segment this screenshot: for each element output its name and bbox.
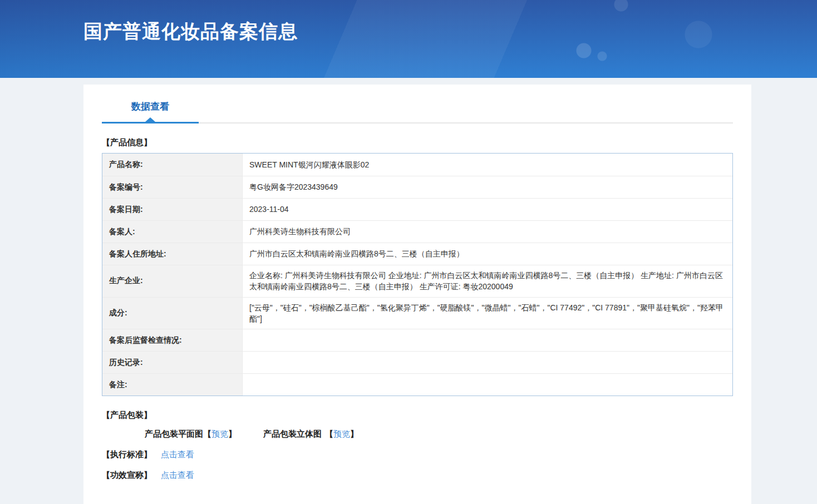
tab-active-arrow-icon [145,117,155,122]
packaging-links-row: 产品包装平面图【预览】 产品包装立体图【预览】 [145,429,733,439]
table-row-post-filing-inspection: 备案后监督检查情况: [102,329,732,351]
tab-active-underline [102,122,199,123]
row-label: 备案日期: [102,199,243,220]
table-row-history: 历史记录: [102,351,732,373]
row-label: 成分: [102,298,243,329]
bracket-close: 】 [350,429,358,438]
row-value: 广州科美诗生物科技有限公司 [243,221,732,243]
row-value: 粤G妆网备字2023439649 [243,176,732,198]
content-card: 数据查看 【产品信息】 产品名称: SWEET MINT银河闪耀液体眼影02 备… [83,85,751,504]
row-value: SWEET MINT银河闪耀液体眼影02 [243,154,732,176]
efficacy-claim-row: 【功效宣称】 点击查看 [102,470,733,481]
packaging-flat-label: 产品包装平面图 [145,429,203,438]
table-row-filing-number: 备案编号: 粤G妆网备字2023439649 [102,176,732,198]
bracket-open: 【 [203,429,211,438]
table-row-filer-address: 备案人住所地址: 广州市白云区太和镇南岭南业四横路8号二、三楼（自主申报） [102,243,732,265]
row-label: 备案人: [102,221,243,243]
table-row-product-name: 产品名称: SWEET MINT银河闪耀液体眼影02 [102,154,732,176]
row-value [243,352,732,373]
row-label: 生产企业: [102,265,243,297]
table-row-manufacturer: 生产企业: 企业名称: 广州科美诗生物科技有限公司 企业地址: 广州市白云区太和… [102,265,732,297]
product-info-table: 产品名称: SWEET MINT银河闪耀液体眼影02 备案编号: 粤G妆网备字2… [102,153,733,396]
row-value: ["云母"，"硅石"，"棕榈酸乙基己酯"，"氢化聚异丁烯"，"硬脂酸镁"，"微晶… [243,298,732,329]
product-info-section-title: 【产品信息】 [102,137,733,148]
efficacy-claim-title: 【功效宣称】 [102,470,152,481]
page-header: 国产普通化妆品备案信息 [0,0,817,78]
row-label: 备注: [102,374,243,396]
bracket-close: 】 [228,429,237,438]
packaging-stereo-item: 产品包装立体图【预览】 [263,429,358,439]
execution-standard-row: 【执行标准】 点击查看 [102,449,733,460]
row-label: 备案后监督检查情况: [102,329,243,351]
page-title: 国产普通化妆品备案信息 [83,19,298,45]
row-value: 企业名称: 广州科美诗生物科技有限公司 企业地址: 广州市白云区太和镇南岭南业四… [243,265,732,297]
tab-bar: 数据查看 [102,85,733,123]
row-value [243,374,732,396]
packaging-stereo-label: 产品包装立体图 [263,429,322,438]
tab-data-view-label: 数据查看 [102,100,199,113]
row-label: 备案编号: [102,176,243,198]
table-row-ingredients: 成分: ["云母"，"硅石"，"棕榈酸乙基己酯"，"氢化聚异丁烯"，"硬脂酸镁"… [102,297,732,329]
packaging-flat-preview-link[interactable]: 预览 [211,429,228,438]
row-value [243,329,732,351]
packaging-section-title: 【产品包装】 [102,410,733,421]
row-label: 历史记录: [102,352,243,373]
execution-standard-title: 【执行标准】 [102,449,152,460]
packaging-flat-item: 产品包装平面图【预览】 [145,429,237,439]
bracket-open: 【 [325,429,333,438]
table-row-filing-date: 备案日期: 2023-11-04 [102,198,732,220]
packaging-stereo-preview-link[interactable]: 预览 [333,429,350,438]
execution-standard-view-link[interactable]: 点击查看 [161,449,194,460]
row-label: 产品名称: [102,154,243,176]
tab-data-view[interactable]: 数据查看 [102,99,199,123]
row-label: 备案人住所地址: [102,243,243,265]
efficacy-claim-view-link[interactable]: 点击查看 [161,470,194,481]
table-row-filer: 备案人: 广州科美诗生物科技有限公司 [102,220,732,243]
row-value: 广州市白云区太和镇南岭南业四横路8号二、三楼（自主申报） [243,243,732,265]
table-row-remarks: 备注: [102,373,732,396]
row-value: 2023-11-04 [243,199,732,220]
